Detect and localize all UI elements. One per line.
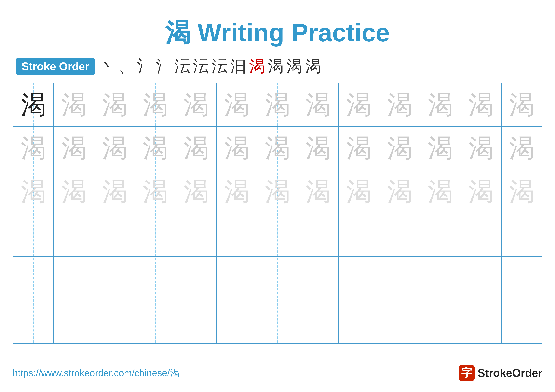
grid-character: 渴 [428,135,453,161]
grid-cell[interactable] [298,300,339,343]
stroke-char-5: 沄 [174,58,190,74]
grid-character: 渴 [509,92,534,117]
stroke-char-2: 、 [118,58,134,74]
grid-cell: 渴 [54,127,94,170]
grid-cell: 渴 [176,83,216,127]
grid-cell[interactable] [420,213,460,257]
grid-character: 渴 [428,92,453,117]
grid-cell[interactable] [298,213,339,257]
grid-cell[interactable] [257,213,298,257]
grid-cell[interactable] [461,257,501,300]
grid-cell[interactable] [461,213,501,257]
grid-character: 渴 [509,179,534,204]
grid-cell: 渴 [135,170,176,213]
grid-cell[interactable] [339,213,379,257]
grid-cell: 渴 [13,83,54,127]
grid-cell[interactable] [257,257,298,300]
grid-cell[interactable] [176,257,216,300]
grid-cell[interactable] [461,300,501,343]
grid-character: 渴 [61,179,87,204]
grid-character: 渴 [346,135,372,161]
grid-cell: 渴 [94,170,135,213]
stroke-char-4: 氵 [156,58,171,74]
grid-cell: 渴 [135,127,176,170]
grid-cell: 渴 [176,127,216,170]
grid-cell[interactable] [54,300,94,343]
grid-cell[interactable] [298,257,339,300]
grid-cell: 渴 [379,83,420,127]
grid-character: 渴 [509,135,534,161]
grid-cell[interactable] [135,257,176,300]
grid-cell: 渴 [94,83,135,127]
grid-cell: 渴 [339,127,379,170]
grid-cell: 渴 [257,83,298,127]
grid-character: 渴 [143,92,168,117]
grid-cell[interactable] [94,257,135,300]
grid-cell: 渴 [54,83,94,127]
grid-cell: 渴 [135,83,176,127]
grid-cell[interactable] [13,213,54,257]
grid-cell[interactable] [379,257,420,300]
grid-cell[interactable] [216,257,257,300]
grid-cell: 渴 [461,83,501,127]
grid-cell[interactable] [54,257,94,300]
grid-cell[interactable] [501,300,542,343]
grid-character: 渴 [102,179,127,204]
grid-cell[interactable] [94,300,135,343]
logo-icon: 字 [459,365,475,381]
grid-character: 渴 [21,135,46,161]
grid-character: 渴 [265,135,290,161]
grid-character: 渴 [468,135,494,161]
grid-cell: 渴 [216,127,257,170]
grid-cell[interactable] [339,300,379,343]
grid-cell: 渴 [379,127,420,170]
grid-character: 渴 [346,92,372,117]
grid-cell[interactable] [257,300,298,343]
grid-cell[interactable] [135,213,176,257]
grid-character: 渴 [387,135,412,161]
grid-character: 渴 [306,135,331,161]
footer: https://www.strokeorder.com/chinese/渴 字 … [13,365,542,381]
grid-cell[interactable] [379,213,420,257]
grid-character: 渴 [468,179,494,204]
grid-cell: 渴 [13,127,54,170]
stroke-char-12: 渴 [305,58,321,74]
grid-cell[interactable] [13,300,54,343]
footer-logo: 字 StrokeOrder [459,365,542,381]
grid-character: 渴 [306,92,331,117]
grid-character: 渴 [143,179,168,204]
grid-cell[interactable] [339,257,379,300]
grid-cell[interactable] [54,213,94,257]
grid-cell[interactable] [13,257,54,300]
grid-cell[interactable] [94,213,135,257]
grid-cell: 渴 [501,170,542,213]
grid-character: 渴 [102,92,127,117]
grid-cell: 渴 [13,170,54,213]
grid-cell[interactable] [420,257,460,300]
grid-cell: 渴 [94,127,135,170]
grid-cell: 渴 [298,127,339,170]
grid-cell: 渴 [339,83,379,127]
grid-character: 渴 [224,92,249,117]
grid-cell[interactable] [420,300,460,343]
grid-cell: 渴 [420,170,460,213]
grid-cell[interactable] [501,257,542,300]
writing-grid[interactable]: 渴渴渴渴渴渴渴渴渴渴渴渴渴渴渴渴渴渴渴渴渴渴渴渴渴渴渴渴渴渴渴渴渴渴渴渴渴渴渴 [13,83,542,344]
logo-char: 字 [461,366,472,380]
grid-cell: 渴 [298,83,339,127]
grid-cell[interactable] [176,300,216,343]
grid-cell[interactable] [501,213,542,257]
grid-cell: 渴 [420,127,460,170]
grid-cell: 渴 [216,83,257,127]
stroke-char-6: 沄 [193,58,209,74]
stroke-order-row: Stroke Order 丶 、 氵 氵 沄 沄 沄 汩 渴 渴 渴 渴 [13,58,542,75]
grid-character: 渴 [224,135,249,161]
grid-cell[interactable] [379,300,420,343]
grid-cell[interactable] [135,300,176,343]
grid-character: 渴 [102,135,127,161]
grid-character: 渴 [183,179,209,204]
grid-cell[interactable] [216,300,257,343]
grid-cell[interactable] [216,213,257,257]
grid-cell[interactable] [176,213,216,257]
grid-character: 渴 [346,179,372,204]
